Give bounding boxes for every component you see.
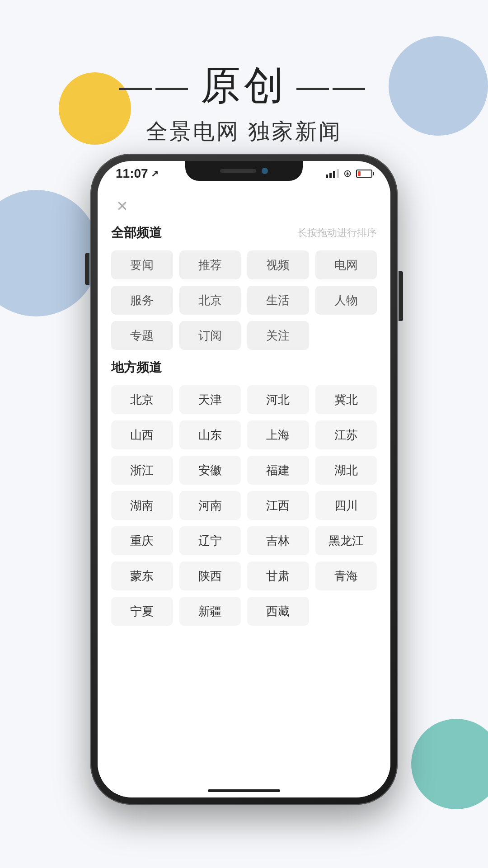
hero-title: —— 原创 —— <box>0 59 488 113</box>
home-indicator <box>208 789 280 792</box>
channel-tag-guanzhu[interactable]: 关注 <box>247 321 309 350</box>
regional-beijing[interactable]: 北京 <box>111 385 173 414</box>
regional-jiangsu[interactable]: 江苏 <box>315 420 377 449</box>
regional-shaanxi[interactable]: 陕西 <box>179 561 241 590</box>
location-arrow-icon: ↗ <box>151 168 159 179</box>
hero-subtitle: 全景电网 独家新闻 <box>0 117 488 146</box>
status-icons: ⊛ <box>326 168 372 179</box>
regional-qinghai[interactable]: 青海 <box>315 561 377 590</box>
notch-speaker <box>220 169 256 173</box>
regional-hebei[interactable]: 河北 <box>247 385 309 414</box>
hero-dash-right: —— <box>296 67 369 104</box>
channel-tag-renwu[interactable]: 人物 <box>315 286 377 315</box>
signal-bar-4 <box>337 169 339 178</box>
regional-ningxia[interactable]: 宁夏 <box>111 597 173 626</box>
close-icon: ✕ <box>116 199 128 213</box>
regional-xinjiang[interactable]: 新疆 <box>179 597 241 626</box>
hero-section: —— 原创 —— 全景电网 独家新闻 <box>0 59 488 146</box>
signal-icon <box>326 169 339 178</box>
channel-tag-diangw[interactable]: 电网 <box>315 250 377 279</box>
phone-outer: 11:07 ↗ ⊛ <box>90 154 398 805</box>
regional-xizang[interactable]: 西藏 <box>247 597 309 626</box>
wifi-icon: ⊛ <box>343 168 352 179</box>
bg-circle-teal-bottom <box>411 719 488 809</box>
regional-sichuan[interactable]: 四川 <box>315 491 377 520</box>
channel-tag-zhuanti[interactable]: 专题 <box>111 321 173 350</box>
phone-screen: 11:07 ↗ ⊛ <box>98 161 390 797</box>
screen-content: ✕ 全部频道 长按拖动进行排序 要闻 推荐 视频 电网 服务 北京 生活 人物 … <box>98 186 390 797</box>
signal-bar-2 <box>329 173 332 178</box>
bg-circle-blue-left <box>0 190 99 316</box>
regional-channels-grid: 北京 天津 河北 冀北 山西 山东 上海 江苏 浙江 安徽 福建 湖北 湖南 河… <box>111 385 377 626</box>
regional-chongqing[interactable]: 重庆 <box>111 526 173 555</box>
regional-mengdong[interactable]: 蒙东 <box>111 561 173 590</box>
regional-channels-title: 地方频道 <box>111 359 377 376</box>
close-button[interactable]: ✕ <box>111 195 133 217</box>
sort-hint-text: 长按拖动进行排序 <box>297 226 377 240</box>
regional-jibei[interactable]: 冀北 <box>315 385 377 414</box>
regional-zhejiang[interactable]: 浙江 <box>111 456 173 485</box>
regional-gansu[interactable]: 甘肃 <box>247 561 309 590</box>
notch-camera <box>262 168 268 174</box>
regional-shandong[interactable]: 山东 <box>179 420 241 449</box>
channel-tag-yaow[interactable]: 要闻 <box>111 250 173 279</box>
regional-channels-section: 地方频道 北京 天津 河北 冀北 山西 山东 上海 江苏 浙江 安徽 福建 湖北 <box>111 359 377 626</box>
regional-shanghai[interactable]: 上海 <box>247 420 309 449</box>
battery-fill <box>358 171 361 176</box>
regional-jilin[interactable]: 吉林 <box>247 526 309 555</box>
signal-bar-1 <box>326 175 328 178</box>
channel-tag-tuijian[interactable]: 推荐 <box>179 250 241 279</box>
all-channels-header: 全部频道 长按拖动进行排序 <box>111 224 377 241</box>
channel-tag-fuwu[interactable]: 服务 <box>111 286 173 315</box>
regional-tianjin[interactable]: 天津 <box>179 385 241 414</box>
phone-notch <box>185 161 303 181</box>
battery-icon <box>356 170 372 178</box>
regional-hubei[interactable]: 湖北 <box>315 456 377 485</box>
channel-tag-dingyue[interactable]: 订阅 <box>179 321 241 350</box>
regional-shanxi[interactable]: 山西 <box>111 420 173 449</box>
channel-tag-beijing[interactable]: 北京 <box>179 286 241 315</box>
hero-main-text: 原创 <box>201 59 287 113</box>
channel-tag-shipin[interactable]: 视频 <box>247 250 309 279</box>
regional-jiangxi[interactable]: 江西 <box>247 491 309 520</box>
signal-bar-3 <box>333 171 335 178</box>
all-channels-grid: 要闻 推荐 视频 电网 服务 北京 生活 人物 专题 订阅 关注 <box>111 250 377 350</box>
channel-tag-shenghuo[interactable]: 生活 <box>247 286 309 315</box>
all-channels-title: 全部频道 <box>111 224 162 241</box>
status-time: 11:07 ↗ <box>116 166 159 181</box>
regional-anhui[interactable]: 安徽 <box>179 456 241 485</box>
regional-hunan[interactable]: 湖南 <box>111 491 173 520</box>
hero-dash-left: —— <box>119 67 192 104</box>
regional-heilongjiang[interactable]: 黑龙江 <box>315 526 377 555</box>
phone-mockup: 11:07 ↗ ⊛ <box>90 154 398 805</box>
regional-liaoning[interactable]: 辽宁 <box>179 526 241 555</box>
regional-fujian[interactable]: 福建 <box>247 456 309 485</box>
time-text: 11:07 <box>116 166 148 181</box>
regional-henan[interactable]: 河南 <box>179 491 241 520</box>
